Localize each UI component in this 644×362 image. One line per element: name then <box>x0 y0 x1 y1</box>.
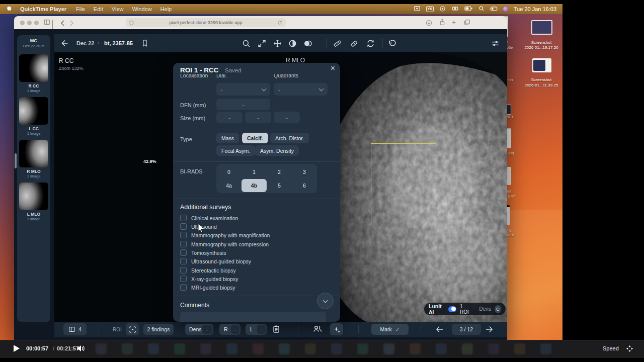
thumbnail-rmlo[interactable] <box>19 140 48 167</box>
type-option-focal-asym[interactable]: Focal Asym. <box>216 145 255 156</box>
survey-mammo-magnification[interactable]: Mammography with magnification <box>180 232 270 238</box>
density-button[interactable]: Dens - <box>185 324 213 335</box>
bookmark-icon[interactable] <box>141 39 148 47</box>
pan-icon[interactable] <box>273 39 282 48</box>
forward-button[interactable] <box>69 19 74 28</box>
window-zoom-button[interactable] <box>34 21 39 25</box>
checkbox[interactable] <box>180 258 187 264</box>
collaborators-icon[interactable] <box>313 325 323 333</box>
birads-4b[interactable]: 4b <box>242 179 267 192</box>
size-input-1[interactable]: - <box>216 112 243 123</box>
thumbnail-rcc[interactable] <box>19 54 48 82</box>
battery-icon[interactable] <box>464 6 473 13</box>
type-option-arch-distor[interactable]: Arch. Distor. <box>270 133 309 143</box>
breadcrumb-date[interactable]: Dec 22 <box>76 40 94 46</box>
desktop-screenshot2-date[interactable]: 2026-01...11.39.25 <box>518 83 565 87</box>
scroll-down-button[interactable] <box>317 293 334 309</box>
close-icon[interactable]: × <box>331 64 335 73</box>
menu-item-window[interactable]: Window <box>132 6 151 12</box>
menu-item-app[interactable]: QuickTime Player <box>20 6 66 12</box>
quadrants-select[interactable]: - <box>274 83 328 96</box>
menu-item-view[interactable]: View <box>112 6 124 12</box>
back-arrow-icon[interactable] <box>61 39 69 47</box>
mark-button[interactable]: Mark ✓ <box>371 324 409 335</box>
survey-mammo-compression[interactable]: Mammography with compression <box>180 241 269 247</box>
type-option-asym-density[interactable]: Asym. Density <box>255 145 299 156</box>
report-clipboard-icon[interactable] <box>272 325 280 333</box>
fullscreen-icon[interactable] <box>258 39 266 48</box>
lunit-ai-toggle[interactable] <box>448 306 456 312</box>
tone-circles-icon[interactable] <box>303 39 312 48</box>
checkbox[interactable] <box>180 232 187 238</box>
sidebar-chevron-icon[interactable] <box>52 20 53 29</box>
sidebar-drag-handle[interactable] <box>15 153 17 168</box>
checkbox[interactable] <box>180 284 187 291</box>
menu-item-edit[interactable]: Edit <box>94 6 103 12</box>
undo-icon[interactable] <box>388 39 396 48</box>
birads-0[interactable]: 0 <box>216 165 242 178</box>
checkbox[interactable] <box>180 223 187 230</box>
checkbox[interactable] <box>180 241 187 247</box>
size-input-3[interactable]: - <box>274 112 300 123</box>
menu-item-help[interactable]: Help <box>160 6 172 12</box>
apple-menu-icon[interactable] <box>6 5 12 13</box>
roi-target-button[interactable] <box>126 323 139 335</box>
lunit-category-badge[interactable]: C <box>495 305 501 313</box>
survey-clinical-examination[interactable]: Clinical examination <box>180 215 238 221</box>
ai-assist-button[interactable] <box>330 323 343 335</box>
findings-button[interactable]: 2 findings <box>143 324 174 335</box>
keyboard-layout-badge[interactable]: УК <box>426 6 434 12</box>
speed-expand-icon[interactable] <box>626 345 633 352</box>
birads-3[interactable]: 3 <box>292 165 317 178</box>
right-breast-button[interactable]: R - <box>219 324 240 335</box>
share-icon[interactable] <box>439 19 445 28</box>
record-icon[interactable] <box>439 6 446 13</box>
dfn-input[interactable]: - <box>216 99 270 110</box>
dial-select[interactable]: - <box>216 83 270 96</box>
birads-4a[interactable]: 4a <box>216 179 242 192</box>
type-option-mass[interactable]: Mass <box>216 133 239 143</box>
downloads-icon[interactable] <box>426 19 432 28</box>
sidebar-toggle-icon[interactable] <box>43 19 51 28</box>
birads-1[interactable]: 1 <box>242 165 267 178</box>
search-icon[interactable] <box>242 39 251 48</box>
checkbox[interactable] <box>180 276 187 282</box>
birads-6[interactable]: 6 <box>292 179 317 192</box>
windowing-contrast-icon[interactable] <box>288 39 297 48</box>
screen-capture-icon[interactable] <box>414 5 421 13</box>
back-button[interactable] <box>60 19 65 28</box>
speed-label[interactable]: Speed <box>603 345 619 351</box>
size-input-2[interactable]: - <box>245 112 271 123</box>
volume-icon[interactable] <box>76 344 85 352</box>
desktop-screenshot1-icon[interactable] <box>531 20 552 35</box>
previous-image-button[interactable] <box>436 326 444 333</box>
control-center-icon[interactable] <box>490 6 498 13</box>
ruler-icon[interactable] <box>333 39 342 48</box>
desktop-screenshot2-label[interactable]: Screenshot <box>522 77 560 82</box>
privacy-shield-icon[interactable] <box>129 20 134 27</box>
desktop-screenshot1-label[interactable]: Screenshot <box>522 40 560 45</box>
survey-stereotactic-biopsy[interactable]: Stereotactic biopsy <box>180 267 236 274</box>
survey-xray-biopsy[interactable]: X-ray-guided biopsy <box>180 276 238 282</box>
desktop-screenshot1-date[interactable]: 2026-01...19.17.50 <box>518 45 565 50</box>
sync-icon[interactable] <box>366 39 375 48</box>
spotlight-icon[interactable] <box>478 6 485 13</box>
window-minimize-button[interactable] <box>27 21 32 25</box>
roi-bounding-box[interactable] <box>371 143 436 227</box>
breadcrumb-patient[interactable]: bt, 2357-85 <box>104 40 133 46</box>
new-tab-icon[interactable]: + <box>452 18 456 26</box>
thumbnail-lcc[interactable] <box>19 97 48 125</box>
birads-2[interactable]: 2 <box>267 165 292 178</box>
settings-sliders-icon[interactable] <box>491 39 500 48</box>
survey-ultrasound-biopsy[interactable]: Ultrasound-guided biopsy <box>180 258 251 264</box>
next-image-button[interactable] <box>485 326 493 333</box>
comments-textarea[interactable] <box>180 312 326 322</box>
siri-icon[interactable] <box>503 7 508 12</box>
menubar-clock[interactable]: Tue 20 Jan 16:03 <box>514 6 556 12</box>
play-button[interactable] <box>13 344 20 352</box>
survey-mri-biopsy[interactable]: MRI-guided biopsy <box>180 284 235 291</box>
address-bar[interactable]: pixel-perfect-clone-3290.lovable.app <box>126 18 286 27</box>
left-breast-button[interactable]: L - <box>246 324 267 335</box>
checkbox[interactable] <box>180 267 187 274</box>
tab-overview-icon[interactable] <box>464 19 470 28</box>
